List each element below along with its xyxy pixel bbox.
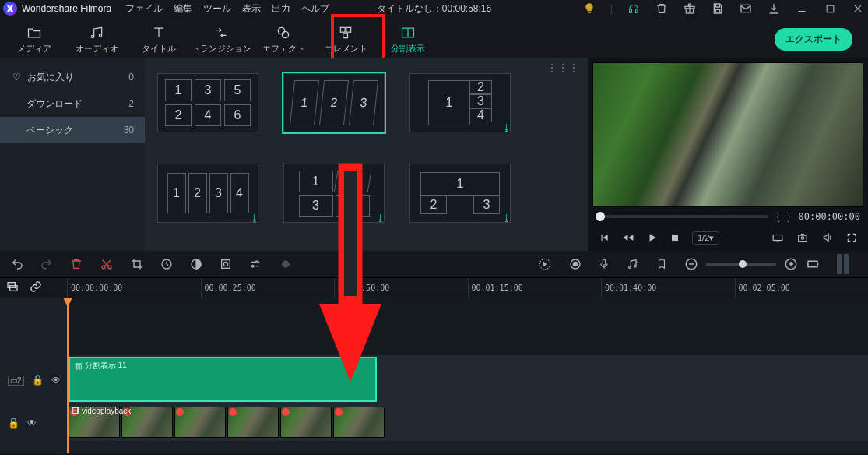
greenscreen-icon[interactable] (220, 258, 232, 270)
svg-point-29 (634, 265, 636, 267)
tips-icon[interactable] (582, 2, 596, 16)
mark-out-icon[interactable]: } (788, 211, 791, 222)
tab-split[interactable]: 分割表示 (377, 20, 439, 58)
tab-title[interactable]: タイトル (128, 20, 190, 58)
prev-frame-icon[interactable] (599, 232, 610, 243)
lane[interactable]: 🎞 videoplayback (67, 405, 868, 441)
color-icon[interactable] (190, 258, 202, 270)
zoom-slider[interactable] (706, 263, 776, 266)
download-icon[interactable] (767, 2, 781, 16)
trash-icon[interactable] (655, 2, 669, 16)
menu-bar: ファイル 編集 ツール 表示 出力 ヘルプ (125, 2, 329, 16)
stop-icon[interactable] (670, 233, 680, 242)
mixer-icon[interactable] (627, 258, 639, 270)
volume-icon[interactable] (821, 232, 834, 243)
cell: 2 (188, 173, 207, 213)
eye-icon[interactable]: 👁 (51, 375, 61, 386)
tab-effect-label: エフェクト (262, 43, 305, 55)
lock-icon[interactable]: 🔓 (8, 418, 19, 429)
preview-progress[interactable] (596, 215, 768, 218)
link-icon[interactable] (30, 280, 42, 295)
adjust-icon[interactable] (249, 258, 262, 270)
tab-transition[interactable]: トランジション (190, 20, 252, 58)
sidebar: ♡ お気に入り 0 ダウンロード 2 ベーシック 30 (0, 58, 145, 251)
zoom-fit-icon[interactable] (806, 257, 820, 271)
cell: 4 (230, 173, 249, 213)
layout-card-3[interactable]: 1 2 3 4 ⭳ (409, 73, 511, 132)
svg-point-6 (278, 27, 284, 34)
speed-icon[interactable] (160, 258, 173, 270)
doc-sep: ： (433, 2, 442, 16)
layout-card-6[interactable]: 1 2 3 ⭳ (409, 164, 511, 223)
transition-icon (213, 24, 230, 41)
snapshot-icon[interactable] (796, 232, 809, 243)
render-icon[interactable] (538, 257, 552, 271)
menu-output[interactable]: 出力 (272, 2, 290, 16)
menu-help[interactable]: ヘルプ (301, 2, 329, 16)
effect-icon (275, 24, 292, 41)
headset-icon[interactable] (627, 2, 641, 16)
layout-card-4[interactable]: 1 2 3 4 ⭳ (157, 164, 258, 223)
layout-card-2[interactable]: 1 2 3 (283, 73, 385, 132)
mark-in-icon[interactable]: { (776, 211, 779, 222)
sidebar-basic-label: ベーシック (26, 124, 73, 137)
record-icon[interactable] (569, 258, 582, 270)
timeline: ▭2 🔓 👁 ▥ 分割表示 11 🔓 👁 🎞 videoplayback (0, 298, 868, 453)
playhead[interactable] (67, 298, 69, 453)
rewind-icon[interactable] (622, 232, 634, 243)
app-name: Wondershare Filmora (22, 3, 111, 14)
play-icon[interactable] (647, 232, 658, 243)
sidebar-item-basic[interactable]: ベーシック 30 (0, 117, 145, 143)
crop-icon[interactable] (131, 258, 143, 270)
preview-scrub: { } 00:00:00:00 (588, 209, 868, 224)
quality-icon[interactable] (771, 232, 784, 243)
tab-media[interactable]: メディア (3, 20, 65, 58)
fullscreen-icon[interactable] (846, 232, 857, 243)
zoom-out-icon[interactable] (684, 257, 698, 271)
element-icon (337, 24, 354, 41)
audio-meters[interactable] (837, 254, 857, 274)
gift-icon[interactable] (683, 2, 697, 16)
grip-icon[interactable]: ⋮⋮⋮ (547, 62, 580, 73)
undo-icon[interactable] (11, 258, 23, 270)
zoom-in-icon[interactable] (784, 257, 798, 271)
redo-icon[interactable] (40, 258, 53, 270)
cut-icon[interactable] (100, 258, 114, 270)
window-minimize[interactable] (795, 2, 809, 16)
sidebar-item-download[interactable]: ダウンロード 2 (0, 90, 145, 117)
window-maximize[interactable] (823, 2, 837, 16)
layout-card-5[interactable]: 1 2 3 4 ⭳ (283, 164, 385, 223)
lock-icon[interactable]: 🔓 (32, 375, 44, 386)
export-button[interactable]: エクスポート (775, 28, 852, 51)
voiceover-icon[interactable] (599, 257, 610, 271)
save-icon[interactable] (711, 2, 725, 16)
svg-point-22 (256, 261, 258, 263)
delete-icon[interactable] (70, 258, 83, 270)
tab-element[interactable]: エレメント (315, 20, 377, 58)
menu-file[interactable]: ファイル (125, 2, 163, 16)
text-icon (150, 24, 167, 41)
window-close[interactable] (851, 2, 865, 16)
clip-splitscreen[interactable]: ▥ 分割表示 11 (69, 357, 377, 402)
track-manage-icon[interactable] (6, 280, 19, 295)
lane[interactable]: ▥ 分割表示 11 (67, 355, 868, 405)
sidebar-item-favorites[interactable]: ♡ お気に入り 0 (0, 64, 145, 90)
tab-media-label: メディア (17, 43, 51, 55)
lane[interactable] (67, 298, 868, 355)
splitscreen-clip-icon: ▥ (75, 362, 82, 370)
menu-view[interactable]: 表示 (242, 2, 261, 16)
marker-icon[interactable] (656, 258, 667, 270)
eye-icon[interactable]: 👁 (27, 418, 37, 429)
menu-tool[interactable]: ツール (203, 2, 231, 16)
preview-video[interactable] (592, 62, 863, 207)
layout-card-1[interactable]: 1 3 5 2 4 6 (157, 73, 258, 132)
tab-effect[interactable]: エフェクト (252, 20, 315, 58)
timeline-ruler[interactable]: 00:00:00:00 00:00:25:00 00:00:50:00 00:0… (0, 277, 868, 298)
zoom-control (684, 257, 820, 271)
speed-button[interactable]: 1/2 ▾ (692, 231, 719, 245)
tab-audio[interactable]: オーディオ (65, 20, 128, 58)
mail-icon[interactable] (739, 2, 753, 16)
ruler-tick: 00:02:05:00 (735, 278, 869, 298)
audio-wave-icon[interactable] (279, 258, 293, 270)
menu-edit[interactable]: 編集 (174, 2, 192, 16)
